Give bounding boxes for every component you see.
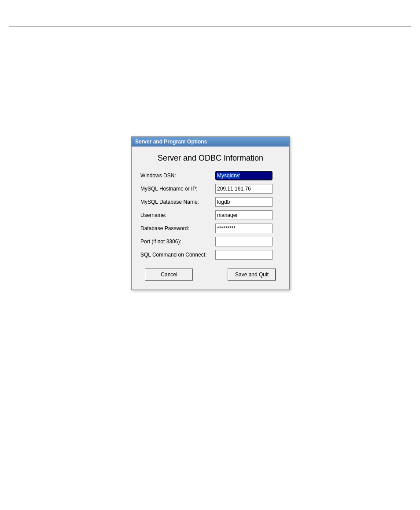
- input-username[interactable]: [215, 210, 273, 220]
- label-username: Username:: [140, 212, 215, 218]
- input-mysql-hostname[interactable]: [215, 184, 273, 194]
- label-sql-command: SQL Command on Connect:: [140, 252, 215, 258]
- input-windows-dsn[interactable]: [215, 171, 273, 180]
- label-port: Port (if not 3306):: [140, 238, 215, 245]
- label-windows-dsn: Windows DSN:: [140, 172, 215, 179]
- form-row-sql-command: SQL Command on Connect:: [140, 250, 280, 260]
- top-divider: [9, 26, 411, 27]
- input-mysql-database[interactable]: [215, 197, 273, 207]
- dialog-heading: Server and ODBC Information: [140, 154, 280, 163]
- input-port[interactable]: [215, 237, 273, 246]
- dialog-titlebar: Server and Program Options: [132, 137, 289, 147]
- label-mysql-hostname: MySQL Hostname or IP:: [140, 186, 215, 192]
- save-and-quit-button[interactable]: Save and Quit: [228, 268, 276, 281]
- dialog-window: Server and Program Options Server and OD…: [131, 136, 290, 290]
- form-row-windows-dsn: Windows DSN:: [140, 171, 280, 180]
- form-row-username: Username:: [140, 210, 280, 220]
- cancel-button-label: Cancel: [161, 272, 177, 278]
- save-button-label: Save and Quit: [235, 272, 269, 278]
- dialog-body: Server and ODBC Information Windows DSN:…: [132, 147, 289, 290]
- form-row-mysql-database: MySQL Database Name:: [140, 197, 280, 207]
- button-row: Cancel Save and Quit: [140, 268, 280, 281]
- input-password[interactable]: [215, 224, 273, 233]
- form-row-mysql-hostname: MySQL Hostname or IP:: [140, 184, 280, 194]
- form-row-port: Port (if not 3306):: [140, 237, 280, 246]
- dialog-titlebar-label: Server and Program Options: [135, 139, 207, 145]
- label-password: Database Password:: [140, 225, 215, 231]
- label-mysql-database: MySQL Database Name:: [140, 199, 215, 205]
- form-row-password: Database Password:: [140, 224, 280, 233]
- input-sql-command[interactable]: [215, 250, 273, 260]
- cancel-button[interactable]: Cancel: [145, 268, 193, 281]
